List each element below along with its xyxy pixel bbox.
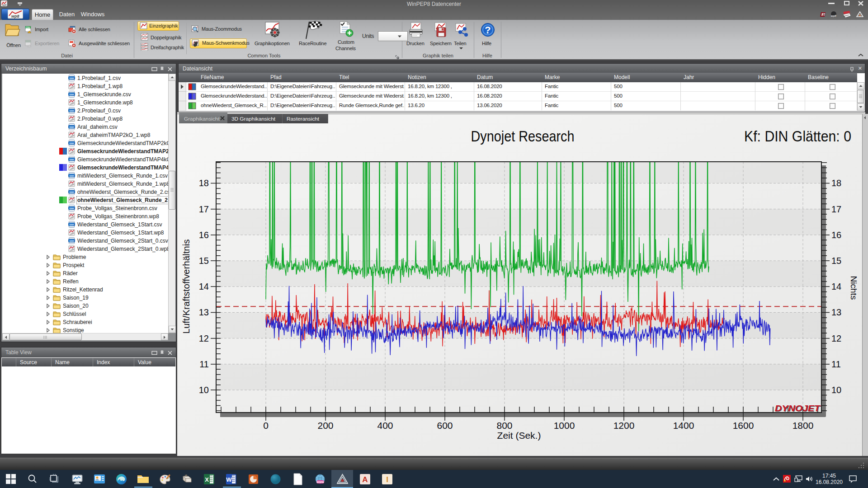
- svg-text:800: 800: [496, 420, 512, 431]
- svg-text:15: 15: [831, 256, 841, 266]
- svg-text:Luft/Kraftstoffverhältnis: Luft/Kraftstoffverhältnis: [181, 239, 191, 334]
- svg-text:11: 11: [199, 359, 209, 369]
- svg-text:1000: 1000: [554, 420, 575, 431]
- svg-text:csv: csv: [70, 93, 74, 96]
- svg-text:Kf: DIN Glätten: 0: Kf: DIN Glätten: 0: [744, 127, 851, 145]
- svg-text:csv: csv: [70, 223, 74, 226]
- svg-text:0: 0: [263, 420, 269, 431]
- svg-text:18: 18: [831, 178, 841, 188]
- svg-text:A: A: [362, 475, 368, 484]
- svg-text:Zeit (Sek.): Zeit (Sek.): [497, 430, 541, 441]
- svg-text:csv: csv: [70, 126, 74, 128]
- svg-text:3: 3: [822, 13, 825, 17]
- svg-text:Nichts: Nichts: [849, 276, 859, 300]
- svg-text:?: ?: [485, 24, 491, 36]
- svg-text:WWW: WWW: [316, 481, 324, 483]
- svg-text:14: 14: [831, 282, 841, 291]
- svg-text:16: 16: [831, 230, 841, 240]
- svg-text:17: 17: [199, 204, 209, 214]
- svg-text:18: 18: [199, 178, 209, 188]
- svg-text:csv: csv: [70, 239, 74, 242]
- svg-text:600: 600: [437, 420, 453, 431]
- svg-text:X: X: [205, 476, 209, 483]
- svg-text:13: 13: [199, 307, 209, 317]
- svg-text:csv: csv: [70, 77, 74, 80]
- svg-text:CSV: CSV: [26, 27, 30, 29]
- svg-text:csv: csv: [70, 158, 74, 161]
- svg-text:11: 11: [831, 359, 841, 369]
- svg-text:wp8: wp8: [831, 14, 836, 17]
- svg-text:1600: 1600: [733, 420, 754, 431]
- svg-text:csv: csv: [70, 174, 74, 177]
- svg-text:W: W: [226, 476, 232, 483]
- svg-text:Dynojet Research: Dynojet Research: [471, 127, 575, 145]
- svg-text:wp8: wp8: [11, 14, 19, 19]
- svg-text:I: I: [386, 475, 388, 484]
- svg-text:csv: csv: [70, 191, 74, 193]
- svg-text:17: 17: [831, 204, 841, 214]
- svg-text:csv: csv: [70, 142, 74, 145]
- svg-text:12: 12: [831, 333, 841, 343]
- svg-text:DYNOJET: DYNOJET: [775, 404, 821, 413]
- svg-text:1400: 1400: [673, 420, 694, 431]
- svg-text:12: 12: [199, 333, 209, 343]
- svg-text:10: 10: [831, 385, 841, 395]
- svg-text:1200: 1200: [613, 420, 635, 431]
- svg-text:200: 200: [317, 420, 333, 431]
- svg-text:wp8: wp8: [2, 4, 6, 6]
- svg-text:14: 14: [199, 282, 209, 291]
- svg-text:1800: 1800: [793, 420, 814, 431]
- svg-text:csv: csv: [70, 109, 74, 112]
- svg-text:10: 10: [199, 385, 209, 395]
- svg-text:16: 16: [199, 230, 209, 240]
- svg-text:13: 13: [831, 307, 841, 317]
- svg-text:15: 15: [199, 256, 209, 266]
- svg-text:csv: csv: [70, 207, 74, 210]
- svg-text:400: 400: [377, 420, 393, 431]
